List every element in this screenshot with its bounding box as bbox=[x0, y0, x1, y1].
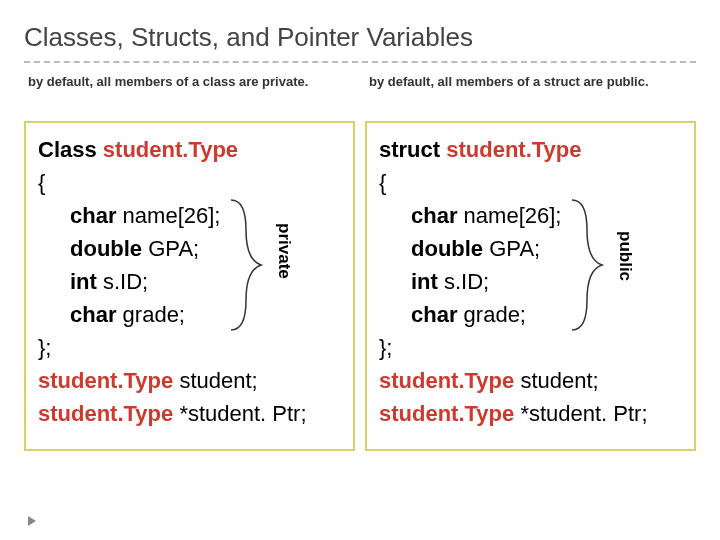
page-title: Classes, Structs, and Pointer Variables bbox=[24, 22, 696, 63]
member-int: int bbox=[70, 269, 97, 294]
right-column: by default, all members of a struct are … bbox=[365, 73, 696, 451]
member-name: name[26]; bbox=[116, 203, 220, 228]
public-label: public bbox=[615, 231, 635, 281]
class-typename: student.Type bbox=[103, 137, 238, 162]
left-column: by default, all members of a class are p… bbox=[24, 73, 355, 451]
member-grade: grade; bbox=[116, 302, 185, 327]
left-codebox: Class student.Type { char name[26]; doub… bbox=[24, 121, 355, 451]
right-code: struct student.Type { char name[26]; dou… bbox=[379, 133, 686, 430]
columns: by default, all members of a class are p… bbox=[24, 73, 696, 451]
right-codebox: struct student.Type { char name[26]; dou… bbox=[365, 121, 696, 451]
open-brace-r: { bbox=[379, 170, 386, 195]
decl2-rest: *student. Ptr; bbox=[173, 401, 306, 426]
class-keyword: Class bbox=[38, 137, 97, 162]
decl1-type-r: student.Type bbox=[379, 368, 514, 393]
private-label: private bbox=[274, 223, 294, 279]
open-brace: { bbox=[38, 170, 45, 195]
decl2-rest-r: *student. Ptr; bbox=[514, 401, 647, 426]
right-brace-icon bbox=[567, 195, 607, 335]
struct-typename: student.Type bbox=[446, 137, 581, 162]
right-caption: by default, all members of a struct are … bbox=[365, 73, 696, 115]
member-char: char bbox=[70, 203, 116, 228]
decl1-type: student.Type bbox=[38, 368, 173, 393]
left-caption: by default, all members of a class are p… bbox=[24, 73, 355, 115]
member-char2-r: char bbox=[411, 302, 457, 327]
decl1-rest-r: student; bbox=[514, 368, 598, 393]
left-code: Class student.Type { char name[26]; doub… bbox=[38, 133, 345, 430]
member-char2: char bbox=[70, 302, 116, 327]
decl2-type-r: student.Type bbox=[379, 401, 514, 426]
close-brace: }; bbox=[38, 335, 51, 360]
member-name-r: name[26]; bbox=[457, 203, 561, 228]
member-sid: s.ID; bbox=[97, 269, 148, 294]
member-int-r: int bbox=[411, 269, 438, 294]
member-sid-r: s.ID; bbox=[438, 269, 489, 294]
member-double-r: double bbox=[411, 236, 483, 261]
member-double: double bbox=[70, 236, 142, 261]
decl2-type: student.Type bbox=[38, 401, 173, 426]
member-gpa: GPA; bbox=[142, 236, 199, 261]
member-gpa-r: GPA; bbox=[483, 236, 540, 261]
left-brace-icon bbox=[226, 195, 266, 335]
member-char-r: char bbox=[411, 203, 457, 228]
struct-keyword: struct bbox=[379, 137, 440, 162]
decl1-rest: student; bbox=[173, 368, 257, 393]
close-brace-r: }; bbox=[379, 335, 392, 360]
footer-marker-icon bbox=[28, 516, 36, 526]
member-grade-r: grade; bbox=[457, 302, 526, 327]
